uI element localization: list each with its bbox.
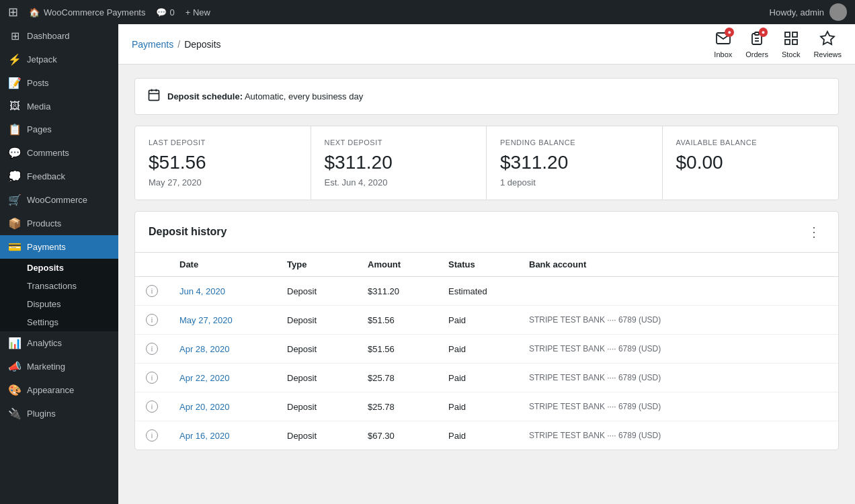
submenu-settings[interactable]: Settings <box>0 313 118 331</box>
stock-button[interactable]: Stock <box>782 30 801 58</box>
col-header-type: Type <box>276 253 357 277</box>
comments-link[interactable]: 💬 0 <box>156 7 174 17</box>
date-link[interactable]: Apr 28, 2020 <box>179 344 229 354</box>
posts-icon: 📝 <box>8 77 22 89</box>
sidebar-item-plugins[interactable]: 🔌 Plugins <box>0 402 118 425</box>
sidebar-item-marketing[interactable]: 📣 Marketing <box>0 355 118 378</box>
col-header-date: Date <box>169 253 276 277</box>
breadcrumb-parent-link[interactable]: Payments <box>132 39 173 50</box>
info-icon[interactable]: i <box>146 401 158 413</box>
home-icon: 🏠 <box>29 7 40 17</box>
content-area: Payments / Deposits ● Inbox <box>118 24 855 504</box>
sidebar-item-appearance[interactable]: 🎨 Appearance <box>0 378 118 402</box>
sidebar-item-feedback[interactable]: 💭 Feedback <box>0 165 118 188</box>
sidebar-item-analytics[interactable]: 📊 Analytics <box>0 331 118 355</box>
stat-next-deposit-value: $311.20 <box>325 152 473 173</box>
date-link[interactable]: Apr 20, 2020 <box>179 402 229 412</box>
table-row: i Apr 22, 2020 Deposit $25.78 Paid STRIP… <box>135 364 838 392</box>
info-icon[interactable]: i <box>146 372 158 384</box>
row-type: Deposit <box>276 277 357 306</box>
stat-pending-balance: PENDING BALANCE $311.20 1 deposit <box>487 126 663 200</box>
row-date: Apr 20, 2020 <box>169 392 276 421</box>
inbox-button[interactable]: ● Inbox <box>714 30 732 58</box>
info-icon[interactable]: i <box>146 285 158 297</box>
submenu-deposits[interactable]: Deposits <box>0 259 118 277</box>
top-toolbar: Payments / Deposits ● Inbox <box>118 24 855 65</box>
svg-rect-8 <box>149 90 159 100</box>
sidebar-item-products[interactable]: 📦 Products <box>0 212 118 235</box>
date-link[interactable]: May 27, 2020 <box>179 315 233 325</box>
row-date: Apr 16, 2020 <box>169 421 276 450</box>
products-icon: 📦 <box>8 217 22 230</box>
reviews-button[interactable]: Reviews <box>813 30 842 58</box>
new-content-button[interactable]: + New <box>186 7 210 17</box>
avatar <box>829 3 847 21</box>
sidebar-item-media[interactable]: 🖼 Media <box>0 95 118 118</box>
sidebar-item-woocommerce[interactable]: 🛒 WooCommerce <box>0 188 118 212</box>
col-header-bank: Bank account <box>518 253 838 277</box>
stat-last-deposit-sub: May 27, 2020 <box>149 177 297 187</box>
history-header: Deposit history ⋮ <box>135 212 838 253</box>
sidebar-item-dashboard[interactable]: ⊞ Dashboard <box>0 24 118 48</box>
row-status: Paid <box>438 421 518 450</box>
row-info-icon-cell: i <box>135 277 169 306</box>
sidebar-item-comments[interactable]: 💬 Comments <box>0 141 118 165</box>
payments-icon: 💳 <box>8 241 22 253</box>
page-content: Deposit schedule: Automatic, every busin… <box>118 65 855 504</box>
stat-pending-balance-value: $311.20 <box>500 152 649 173</box>
date-link[interactable]: Apr 16, 2020 <box>179 431 229 441</box>
stat-available-balance: AVAILABLE BALANCE $0.00 <box>663 126 839 200</box>
row-info-icon-cell: i <box>135 335 169 364</box>
row-bank: STRIPE TEST BANK ···· 6789 (USD) <box>518 421 838 450</box>
svg-rect-4 <box>792 32 797 37</box>
row-type: Deposit <box>276 421 357 450</box>
stat-pending-balance-sub: 1 deposit <box>500 177 649 187</box>
row-bank: STRIPE TEST BANK ···· 6789 (USD) <box>518 306 838 335</box>
breadcrumb: Payments / Deposits <box>132 39 221 50</box>
date-link[interactable]: Jun 4, 2020 <box>179 286 225 296</box>
info-icon[interactable]: i <box>146 343 158 355</box>
table-row: i Apr 28, 2020 Deposit $51.56 Paid STRIP… <box>135 335 838 364</box>
row-info-icon-cell: i <box>135 392 169 421</box>
sidebar-item-payments[interactable]: 💳 Payments <box>0 235 118 259</box>
feedback-icon: 💭 <box>8 170 22 183</box>
sidebar-item-posts[interactable]: 📝 Posts <box>0 71 118 95</box>
breadcrumb-separator: / <box>177 39 180 50</box>
row-status: Estimated <box>438 277 518 306</box>
reviews-icon <box>819 30 836 49</box>
sidebar-item-jetpack[interactable]: ⚡ Jetpack <box>0 48 118 71</box>
woocommerce-icon: 🛒 <box>8 194 22 206</box>
sidebar-item-pages[interactable]: 📋 Pages <box>0 118 118 141</box>
history-menu-button[interactable]: ⋮ <box>803 222 825 241</box>
orders-button[interactable]: ● Orders <box>745 30 768 58</box>
info-icon[interactable]: i <box>146 314 158 326</box>
col-header-amount: Amount <box>357 253 438 277</box>
admin-bar: ⊞ 🏠 WooCommerce Payments 💬 0 + New Howdy… <box>0 0 855 24</box>
user-info: Howdy, admin <box>770 3 847 21</box>
row-bank: STRIPE TEST BANK ···· 6789 (USD) <box>518 364 838 392</box>
site-name[interactable]: 🏠 WooCommerce Payments <box>29 7 145 17</box>
svg-rect-3 <box>785 32 790 37</box>
history-title: Deposit history <box>149 226 227 238</box>
submenu-disputes[interactable]: Disputes <box>0 295 118 313</box>
row-info-icon-cell: i <box>135 364 169 392</box>
info-icon[interactable]: i <box>146 429 158 442</box>
row-status: Paid <box>438 392 518 421</box>
row-date: Jun 4, 2020 <box>169 277 276 306</box>
orders-badge: ● <box>759 28 768 38</box>
dashboard-icon: ⊞ <box>8 30 22 42</box>
payments-submenu: Deposits Transactions Disputes Settings <box>0 259 118 331</box>
row-amount: $311.20 <box>357 277 438 306</box>
table-row: i May 27, 2020 Deposit $51.56 Paid STRIP… <box>135 306 838 335</box>
col-header-status: Status <box>438 253 518 277</box>
date-link[interactable]: Apr 22, 2020 <box>179 373 229 383</box>
deposits-table: Date Type Amount Status Bank account i J… <box>135 253 838 450</box>
stat-available-balance-value: $0.00 <box>676 152 825 173</box>
deposit-schedule-banner: Deposit schedule: Automatic, every busin… <box>134 78 839 115</box>
svg-rect-6 <box>785 40 790 44</box>
submenu-transactions[interactable]: Transactions <box>0 277 118 295</box>
row-type: Deposit <box>276 392 357 421</box>
row-amount: $51.56 <box>357 335 438 364</box>
table-row: i Apr 16, 2020 Deposit $67.30 Paid STRIP… <box>135 421 838 450</box>
col-header-info <box>135 253 169 277</box>
